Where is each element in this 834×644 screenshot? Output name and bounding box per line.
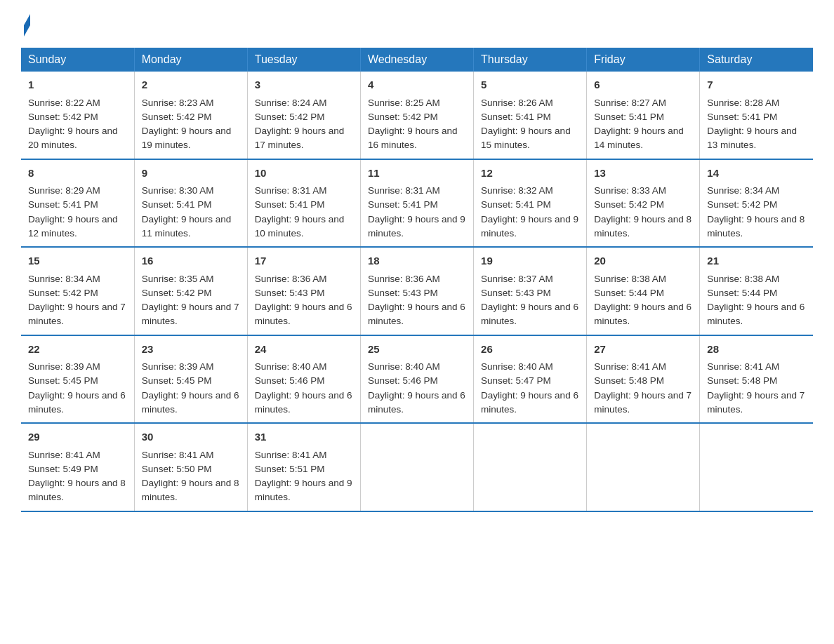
calendar-day-cell: 6Sunrise: 8:27 AMSunset: 5:41 PMDaylight… <box>587 72 700 159</box>
day-number: 22 <box>28 342 127 358</box>
logo-icon <box>21 14 30 34</box>
weekday-header-row: SundayMondayTuesdayWednesdayThursdayFrid… <box>21 48 813 72</box>
day-number: 30 <box>142 429 240 445</box>
day-number: 2 <box>142 77 240 93</box>
calendar-day-cell: 1Sunrise: 8:22 AMSunset: 5:42 PMDaylight… <box>21 72 134 159</box>
day-number: 4 <box>368 77 466 93</box>
calendar-day-cell: 20Sunrise: 8:38 AMSunset: 5:44 PMDayligh… <box>587 247 700 335</box>
day-number: 20 <box>594 253 692 269</box>
weekday-header-cell: Saturday <box>700 48 813 72</box>
calendar-day-cell <box>474 423 587 511</box>
day-number: 13 <box>594 166 692 182</box>
calendar-day-cell: 5Sunrise: 8:26 AMSunset: 5:41 PMDaylight… <box>474 72 587 159</box>
calendar-week-row: 29Sunrise: 8:41 AMSunset: 5:49 PMDayligh… <box>21 423 813 511</box>
weekday-header-cell: Friday <box>587 48 700 72</box>
calendar-week-row: 1Sunrise: 8:22 AMSunset: 5:42 PMDaylight… <box>21 72 813 159</box>
calendar-day-cell: 25Sunrise: 8:40 AMSunset: 5:46 PMDayligh… <box>360 335 473 424</box>
weekday-header-cell: Wednesday <box>360 48 473 72</box>
calendar-table: SundayMondayTuesdayWednesdayThursdayFrid… <box>21 48 813 512</box>
calendar-day-cell: 7Sunrise: 8:28 AMSunset: 5:41 PMDaylight… <box>700 72 813 159</box>
day-number: 1 <box>28 77 127 93</box>
calendar-day-cell: 11Sunrise: 8:31 AMSunset: 5:41 PMDayligh… <box>360 159 473 248</box>
calendar-day-cell <box>360 423 473 511</box>
calendar-day-cell: 10Sunrise: 8:31 AMSunset: 5:41 PMDayligh… <box>247 159 360 248</box>
day-number: 9 <box>142 166 240 182</box>
day-number: 7 <box>707 77 806 93</box>
calendar-day-cell: 14Sunrise: 8:34 AMSunset: 5:42 PMDayligh… <box>700 159 813 248</box>
calendar-day-cell: 28Sunrise: 8:41 AMSunset: 5:48 PMDayligh… <box>700 335 813 424</box>
calendar-day-cell: 17Sunrise: 8:36 AMSunset: 5:43 PMDayligh… <box>247 247 360 335</box>
calendar-day-cell <box>587 423 700 511</box>
day-number: 26 <box>481 342 579 358</box>
calendar-day-cell: 26Sunrise: 8:40 AMSunset: 5:47 PMDayligh… <box>474 335 587 424</box>
weekday-header-cell: Tuesday <box>247 48 360 72</box>
day-number: 16 <box>142 253 240 269</box>
calendar-day-cell: 8Sunrise: 8:29 AMSunset: 5:41 PMDaylight… <box>21 159 134 248</box>
calendar-day-cell: 15Sunrise: 8:34 AMSunset: 5:42 PMDayligh… <box>21 247 134 335</box>
day-number: 28 <box>707 342 806 358</box>
day-number: 11 <box>368 166 466 182</box>
calendar-day-cell: 29Sunrise: 8:41 AMSunset: 5:49 PMDayligh… <box>21 423 134 511</box>
day-number: 10 <box>255 166 353 182</box>
day-number: 29 <box>28 429 127 445</box>
day-number: 31 <box>255 429 353 445</box>
day-number: 18 <box>368 253 466 269</box>
calendar-day-cell: 31Sunrise: 8:41 AMSunset: 5:51 PMDayligh… <box>247 423 360 511</box>
calendar-day-cell: 2Sunrise: 8:23 AMSunset: 5:42 PMDaylight… <box>134 72 247 159</box>
calendar-week-row: 8Sunrise: 8:29 AMSunset: 5:41 PMDaylight… <box>21 159 813 248</box>
page-header <box>21 14 813 34</box>
calendar-day-cell: 18Sunrise: 8:36 AMSunset: 5:43 PMDayligh… <box>360 247 473 335</box>
day-number: 27 <box>594 342 692 358</box>
calendar-day-cell: 21Sunrise: 8:38 AMSunset: 5:44 PMDayligh… <box>700 247 813 335</box>
calendar-day-cell: 24Sunrise: 8:40 AMSunset: 5:46 PMDayligh… <box>247 335 360 424</box>
day-number: 14 <box>707 166 806 182</box>
day-number: 5 <box>481 77 579 93</box>
calendar-day-cell: 22Sunrise: 8:39 AMSunset: 5:45 PMDayligh… <box>21 335 134 424</box>
day-number: 23 <box>142 342 240 358</box>
day-number: 25 <box>368 342 466 358</box>
day-number: 3 <box>255 77 353 93</box>
day-number: 12 <box>481 166 579 182</box>
calendar-day-cell: 19Sunrise: 8:37 AMSunset: 5:43 PMDayligh… <box>474 247 587 335</box>
calendar-day-cell: 3Sunrise: 8:24 AMSunset: 5:42 PMDaylight… <box>247 72 360 159</box>
day-number: 15 <box>28 253 127 269</box>
weekday-header-cell: Thursday <box>474 48 587 72</box>
calendar-body: 1Sunrise: 8:22 AMSunset: 5:42 PMDaylight… <box>21 72 813 511</box>
calendar-day-cell: 12Sunrise: 8:32 AMSunset: 5:41 PMDayligh… <box>474 159 587 248</box>
calendar-day-cell: 23Sunrise: 8:39 AMSunset: 5:45 PMDayligh… <box>134 335 247 424</box>
logo <box>21 14 30 34</box>
calendar-week-row: 15Sunrise: 8:34 AMSunset: 5:42 PMDayligh… <box>21 247 813 335</box>
calendar-day-cell: 4Sunrise: 8:25 AMSunset: 5:42 PMDaylight… <box>360 72 473 159</box>
weekday-header-cell: Monday <box>134 48 247 72</box>
day-number: 6 <box>594 77 692 93</box>
calendar-day-cell: 16Sunrise: 8:35 AMSunset: 5:42 PMDayligh… <box>134 247 247 335</box>
day-number: 24 <box>255 342 353 358</box>
calendar-day-cell: 30Sunrise: 8:41 AMSunset: 5:50 PMDayligh… <box>134 423 247 511</box>
day-number: 19 <box>481 253 579 269</box>
calendar-day-cell: 13Sunrise: 8:33 AMSunset: 5:42 PMDayligh… <box>587 159 700 248</box>
calendar-day-cell <box>700 423 813 511</box>
day-number: 17 <box>255 253 353 269</box>
calendar-week-row: 22Sunrise: 8:39 AMSunset: 5:45 PMDayligh… <box>21 335 813 424</box>
day-number: 8 <box>28 166 127 182</box>
day-number: 21 <box>707 253 806 269</box>
weekday-header-cell: Sunday <box>21 48 134 72</box>
calendar-day-cell: 27Sunrise: 8:41 AMSunset: 5:48 PMDayligh… <box>587 335 700 424</box>
calendar-day-cell: 9Sunrise: 8:30 AMSunset: 5:41 PMDaylight… <box>134 159 247 248</box>
